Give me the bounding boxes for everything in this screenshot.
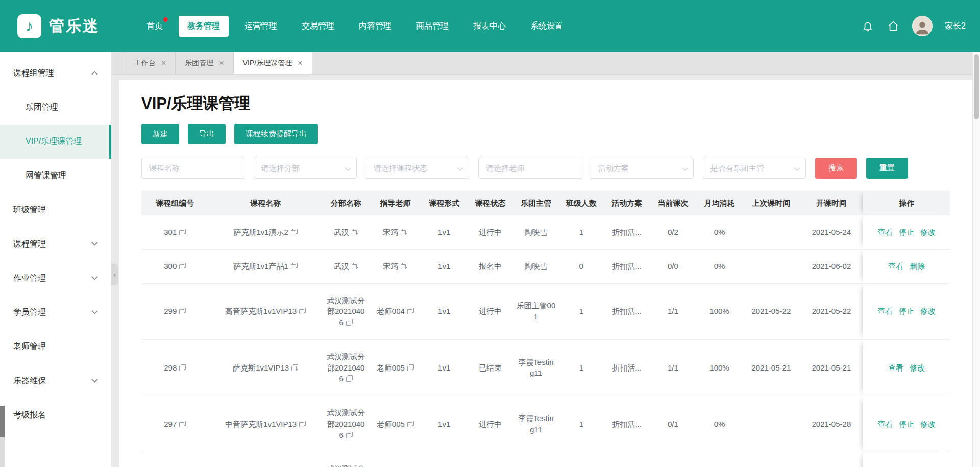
filter-field[interactable] [703,158,806,179]
copy-icon[interactable] [346,319,353,326]
user-name[interactable]: 家长2 [945,21,966,32]
nav-item[interactable]: 首页 [138,16,172,37]
table-cell: 0/1 [650,396,696,452]
sidebar-collapse-handle[interactable]: ‹ [111,264,118,285]
sidebar-item-label: 课程组管理 [13,68,54,79]
nav-item[interactable]: 系统设置 [522,16,572,37]
avatar[interactable] [912,16,933,36]
copy-icon[interactable] [407,364,414,371]
cell-value: 折扣活... [612,420,642,428]
sidebar-item[interactable]: VIP/乐理课管理 [0,125,111,159]
filter-field[interactable] [141,158,244,179]
close-icon[interactable]: × [161,59,166,67]
reset-button[interactable]: 重置 [866,158,908,179]
action-link[interactable]: 停止 [899,228,914,236]
copy-icon[interactable] [401,229,407,235]
page-scrollbar[interactable] [972,52,980,467]
nav-item[interactable]: 交易管理 [293,16,343,37]
cell-value: 1v1 [438,262,450,271]
sidebar-item-label: 班级管理 [13,205,46,215]
sidebar-item[interactable]: 课程管理 [0,227,111,261]
action-link[interactable]: 修改 [920,228,936,236]
sidebar-item[interactable]: 课程组管理 [0,56,111,90]
close-icon[interactable]: × [219,59,224,67]
copy-icon[interactable] [179,229,186,235]
copy-icon[interactable] [407,308,414,314]
action-link[interactable]: 查看 [888,262,903,271]
copy-icon[interactable] [352,229,358,235]
tab[interactable]: VIP/乐理课管理× [234,52,312,74]
action-link[interactable]: 查看 [888,363,903,372]
filter-field[interactable] [254,158,357,179]
copy-icon[interactable] [401,263,407,269]
action-link[interactable]: 修改 [910,363,925,372]
copy-icon[interactable] [179,308,186,314]
nav-item[interactable]: 内容管理 [350,16,400,37]
sidebar-item[interactable]: 考级报名 [0,398,111,432]
renewal-reminder-export-button[interactable]: 课程续费提醒导出 [234,124,318,144]
table-cell: 1 [558,339,604,396]
action-link[interactable]: 修改 [920,420,936,428]
sidebar-item[interactable]: 学员管理 [0,296,111,330]
create-button[interactable]: 新建 [141,124,179,144]
sidebar-item-label: 作业管理 [13,273,46,284]
table-cell: 1/1 [650,283,696,339]
tab[interactable]: 乐团管理× [176,52,233,74]
search-button[interactable]: 搜索 [815,158,857,179]
table-cell: 武汉测试分部20210406 [323,283,370,339]
table-cell: 折扣活... [604,249,650,283]
copy-icon[interactable] [299,421,306,427]
cell-value: 武汉 [334,228,349,236]
copy-icon[interactable] [299,308,306,314]
action-link[interactable]: 查看 [877,307,893,315]
sidebar-scrollbar[interactable] [0,406,5,467]
nav-item[interactable]: 运营管理 [236,16,286,37]
page-scrollbar-thumb[interactable] [974,54,979,119]
table-cell: 1v1 [421,249,467,283]
copy-icon[interactable] [352,263,358,269]
sidebar-item[interactable]: 老师管理 [0,330,111,364]
nav-item[interactable]: 报表中心 [464,16,514,37]
filter-field[interactable] [366,158,469,179]
nav-item[interactable]: 商品管理 [407,16,457,37]
copy-icon[interactable] [346,375,353,382]
copy-icon[interactable] [291,229,298,235]
close-icon[interactable]: × [298,59,302,67]
copy-icon[interactable] [179,263,186,269]
action-link[interactable]: 查看 [877,420,893,428]
sidebar-item[interactable]: 乐器维保 [0,364,111,398]
sidebar-item[interactable]: 班级管理 [0,193,111,227]
copy-icon[interactable] [407,421,414,427]
column-header: 课程名称 [208,191,322,215]
copy-icon[interactable] [291,364,298,371]
action-link[interactable]: 查看 [877,228,893,236]
cell-value: 1 [579,228,583,236]
action-link[interactable]: 修改 [920,307,936,315]
table-cell [421,452,467,467]
bell-icon[interactable] [861,19,874,33]
copy-icon[interactable] [179,421,186,427]
table-cell: 2021-05-21 [799,339,863,396]
copy-icon[interactable] [179,364,186,371]
sidebar-item[interactable]: 作业管理 [0,261,111,296]
sidebar-item[interactable]: 网管课管理 [0,159,111,193]
home-icon[interactable] [887,19,900,33]
column-header: 操作 [863,191,950,215]
action-link[interactable]: 停止 [899,307,914,315]
action-link[interactable]: 停止 [899,420,914,428]
table-cell: 李霞Testing11 [513,452,559,467]
export-button[interactable]: 导出 [188,124,226,144]
copy-icon[interactable] [346,432,353,438]
filter-field[interactable] [478,158,581,179]
tab[interactable]: 工作台× [125,52,176,74]
sidebar-scrollbar-thumb[interactable] [0,406,5,437]
table-cell: 1/1 [650,339,696,396]
nav-item[interactable]: 教务管理 [179,16,229,37]
table-cell: 2021-05-24 [799,215,863,249]
filter-field[interactable] [591,158,694,179]
content-area: 工作台×乐团管理×VIP/乐理课管理× ‹ VIP/乐理课管理 新建 导出 课程… [111,52,972,467]
app-logo[interactable]: ♪ 管乐迷 [17,14,117,38]
action-link[interactable]: 删除 [910,262,925,271]
copy-icon[interactable] [291,263,298,269]
sidebar-item[interactable]: 乐团管理 [0,90,111,125]
